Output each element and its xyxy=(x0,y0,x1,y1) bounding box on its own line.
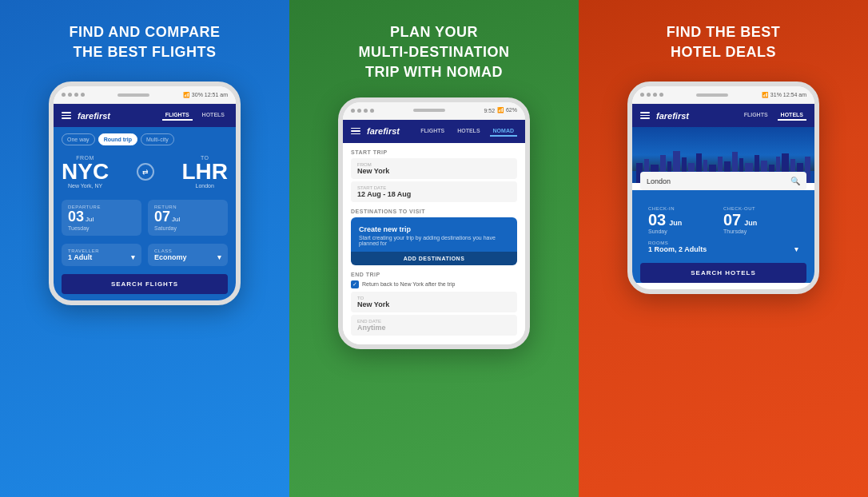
phone-dot xyxy=(74,93,78,97)
phone-dots xyxy=(62,93,85,97)
phone-dot xyxy=(81,93,85,97)
create-trip-title: Create new trip xyxy=(359,225,509,233)
hotels-app-body: CHECK-IN 03 Jun Sunday CHECK-OUT 07 Jun … xyxy=(632,190,814,283)
hotels-phone: 📶 31% 12:54 am farefirst FLIGHTS HOTELS xyxy=(627,82,819,294)
flights-phone: 📶 30% 12:51 am farefirst FLIGHTS HOTELS … xyxy=(49,82,241,305)
phone-top-bar: 📶 30% 12:51 am xyxy=(54,86,236,104)
create-trip-card: Create new trip Start creating your trip… xyxy=(351,217,517,265)
date-row: DEPARTURE 03 Jul Tuesday RETURN 07 Jul S… xyxy=(62,200,228,236)
nomad-app-logo: farefirst xyxy=(367,126,400,136)
nomad-phone-status: 9:52 📶 62% xyxy=(484,107,517,113)
destinations-label: DESTINATIONS TO VISIT xyxy=(351,209,517,214)
phone-dot xyxy=(62,93,66,97)
start-trip-label: START TRIP xyxy=(351,149,517,155)
hamburger-icon xyxy=(640,112,650,119)
multi-city-btn[interactable]: Multi-city xyxy=(141,133,174,145)
checkout-weekday: Thursday xyxy=(723,229,798,234)
hotels-nav-tab-flights[interactable]: FLIGHTS xyxy=(741,110,771,121)
route-swap-icon[interactable]: ⇄ xyxy=(137,163,154,181)
flights-app-body: One way Round trip Multi-city FROM NYC N… xyxy=(54,127,236,300)
hotel-rooms-section: ROOMS 1 Room, 2 Adults ▾ xyxy=(640,234,806,260)
end-to-field[interactable]: To New York xyxy=(351,292,517,312)
checkout-day: 07 xyxy=(723,211,741,229)
class-value: Economy ▾ xyxy=(154,253,221,261)
nomad-panel-title: PLAN YOUR MULTI-DESTINATION TRIP WITH NO… xyxy=(359,22,510,83)
nomad-app-body: START TRIP From New York Start date 12 A… xyxy=(343,143,525,344)
departure-weekday: Tuesday xyxy=(68,225,135,231)
return-cell[interactable]: RETURN 07 Jul Saturday xyxy=(148,200,228,236)
rooms-value[interactable]: 1 Room, 2 Adults ▾ xyxy=(648,245,798,253)
return-day: 07 xyxy=(154,209,170,225)
return-checkbox-text: Return back to New York after the trip xyxy=(362,281,455,287)
nomad-from-field[interactable]: From New York xyxy=(351,158,517,179)
end-date-field[interactable]: End date Anytime xyxy=(351,315,517,336)
checkout-cell[interactable]: CHECK-OUT 07 Jun Thursday xyxy=(723,206,798,234)
phone-dot xyxy=(68,93,72,97)
hotel-dates-row: CHECK-IN 03 Jun Sunday CHECK-OUT 07 Jun … xyxy=(640,198,806,234)
phone-speaker xyxy=(117,93,149,97)
route-row: FROM NYC New York, NY ⇄ TO LHR London xyxy=(62,155,228,189)
hotels-panel: FIND THE BEST HOTEL DEALS 📶 31% 12:54 am… xyxy=(579,0,868,497)
search-icon: 🔍 xyxy=(790,177,800,185)
round-trip-btn[interactable]: Round trip xyxy=(98,133,137,145)
checkin-month: Jun xyxy=(669,219,682,227)
hamburger-icon xyxy=(351,128,360,135)
create-trip-desc: Start creating your trip by adding desti… xyxy=(359,235,509,246)
from-code: NYC xyxy=(62,161,109,183)
to-city: London xyxy=(181,183,228,189)
nomad-nav-tab-nomad[interactable]: NOMAD xyxy=(490,126,517,137)
hotels-phone-top-bar: 📶 31% 12:54 am xyxy=(632,86,814,104)
route-to: TO LHR London xyxy=(181,155,228,189)
return-checkbox-row: ✓ Return back to New York after the trip xyxy=(351,280,517,288)
trip-type-row: One way Round trip Multi-city xyxy=(62,133,228,145)
flights-panel-title: FIND AND COMPARE THE BEST FLIGHTS xyxy=(70,22,221,67)
nomad-panel: PLAN YOUR MULTI-DESTINATION TRIP WITH NO… xyxy=(289,0,579,497)
from-city: New York, NY xyxy=(62,183,109,189)
phone-status: 📶 30% 12:51 am xyxy=(183,92,228,98)
return-month: Jul xyxy=(172,216,180,223)
flights-nav-tab-hotels[interactable]: HOTELS xyxy=(199,110,228,121)
checkin-weekday: Sunday xyxy=(648,229,723,234)
hotels-nav-tab-hotels[interactable]: HOTELS xyxy=(778,110,806,121)
traveller-cell[interactable]: TRAVELLER 1 Adult ▾ xyxy=(62,244,141,266)
hotels-panel-title: FIND THE BEST HOTEL DEALS xyxy=(667,22,781,67)
add-destinations-button[interactable]: ADD DESTINATIONS xyxy=(351,252,517,265)
search-flights-button[interactable]: SEARCH FLIGHTS xyxy=(62,274,228,294)
return-weekday: Saturday xyxy=(154,225,221,231)
flights-panel: FIND AND COMPARE THE BEST FLIGHTS 📶 30% … xyxy=(0,0,289,497)
hotels-nav-tabs: FLIGHTS HOTELS xyxy=(741,110,806,121)
departure-cell[interactable]: DEPARTURE 03 Jul Tuesday xyxy=(62,200,141,236)
hotels-phone-status: 📶 31% 12:54 am xyxy=(762,92,806,98)
phone-dots xyxy=(351,109,374,113)
nomad-nav-tab-flights[interactable]: FLIGHTS xyxy=(417,126,448,137)
hotels-app-nav: farefirst FLIGHTS HOTELS xyxy=(632,104,814,127)
nomad-app-nav: farefirst FLIGHTS HOTELS NOMAD xyxy=(343,120,525,143)
hotels-app-logo: farefirst xyxy=(656,111,689,121)
end-trip-section: END TRIP ✓ Return back to New York after… xyxy=(351,272,517,336)
one-way-btn[interactable]: One way xyxy=(62,133,95,145)
departure-month: Jul xyxy=(86,216,94,223)
hotel-search-text: London xyxy=(647,177,671,185)
nomad-start-date-field[interactable]: Start date 12 Aug - 18 Aug xyxy=(351,181,517,202)
checkin-cell[interactable]: CHECK-IN 03 Jun Sunday xyxy=(648,206,723,234)
destinations-section: DESTINATIONS TO VISIT Create new trip St… xyxy=(351,209,517,265)
departure-day: 03 xyxy=(68,209,84,225)
checkin-day: 03 xyxy=(648,211,666,229)
start-date-value: 12 Aug - 18 Aug xyxy=(357,190,511,198)
nomad-phone-top-bar: 9:52 📶 62% xyxy=(343,102,525,120)
to-code: LHR xyxy=(181,161,228,183)
return-checkbox[interactable]: ✓ xyxy=(351,280,359,288)
hotel-search-bar[interactable]: London 🔍 xyxy=(640,172,806,190)
from-value: New York xyxy=(357,167,511,175)
traveller-row: TRAVELLER 1 Adult ▾ CLASS Economy ▾ xyxy=(62,244,228,266)
traveller-value: 1 Adult ▾ xyxy=(68,253,135,261)
end-date-value: Anytime xyxy=(357,324,511,332)
flights-nav-tab-flights[interactable]: FLIGHTS xyxy=(162,110,193,121)
checkmark-icon: ✓ xyxy=(352,281,357,288)
nomad-nav-tab-hotels[interactable]: HOTELS xyxy=(454,126,483,137)
search-hotels-button[interactable]: SEARCH HOTELS xyxy=(640,263,806,283)
checkout-month: Jun xyxy=(744,219,757,227)
flights-app-nav: farefirst FLIGHTS HOTELS xyxy=(54,104,236,127)
flights-nav-tabs: FLIGHTS HOTELS xyxy=(162,110,228,121)
class-cell[interactable]: CLASS Economy ▾ xyxy=(148,244,228,266)
